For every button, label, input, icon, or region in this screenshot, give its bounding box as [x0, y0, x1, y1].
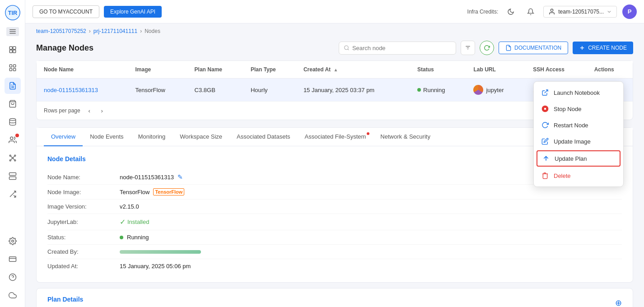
tab-monitoring[interactable]: Monitoring — [131, 128, 173, 146]
dark-mode-toggle[interactable] — [504, 5, 518, 19]
explore-genai-button[interactable]: Explore GenAI API — [104, 6, 162, 18]
cell-created-at: 15 January, 2025 03:37 pm — [296, 79, 410, 102]
sidebar-item-team[interactable] — [5, 132, 21, 148]
sidebar-item-deploy[interactable] — [5, 186, 21, 202]
col-created-at[interactable]: Created At ▲ — [296, 61, 410, 79]
value-node-image: TensorFlow TensorFlow — [120, 188, 184, 195]
node-name-link[interactable]: node-011515361313 — [44, 87, 98, 93]
sidebar-item-marketplace[interactable] — [5, 96, 21, 112]
sidebar-item-settings[interactable] — [5, 233, 21, 249]
update-plan-label: Update Plan — [555, 155, 587, 162]
team-dropdown[interactable]: team-120517075... — [543, 6, 617, 18]
search-box — [339, 42, 456, 55]
status-dot — [417, 88, 421, 92]
tab-workspace-size[interactable]: Workspace Size — [173, 128, 229, 146]
svg-point-21 — [9, 160, 11, 161]
breadcrumb-team[interactable]: team-120517075252 — [36, 28, 86, 34]
update-image-label: Update Image — [554, 138, 591, 145]
sidebar-item-support[interactable] — [5, 269, 21, 285]
cell-image: TensorFlow — [128, 79, 187, 102]
tab-network-security[interactable]: Network & Security — [373, 128, 438, 146]
label-image-version: Image Version: — [47, 203, 120, 210]
svg-point-38 — [551, 9, 553, 11]
sidebar-toggle[interactable] — [6, 27, 19, 36]
sidebar: TIR — [0, 0, 25, 307]
svg-line-40 — [348, 49, 349, 50]
cell-status: Running — [410, 79, 466, 102]
main-content: GO TO MYACCOUNT Explore GenAI API Infra … — [25, 0, 644, 307]
create-node-button[interactable]: CREATE NODE — [573, 42, 633, 54]
search-input[interactable] — [352, 45, 451, 51]
label-status: Status: — [47, 234, 120, 241]
sidebar-item-datasets[interactable] — [5, 114, 21, 130]
sidebar-item-cloud[interactable] — [5, 287, 21, 303]
context-launch-notebook[interactable]: Launch Notebook — [534, 84, 623, 101]
tab-associated-datasets[interactable]: Associated Datasets — [229, 128, 298, 146]
tab-node-events[interactable]: Node Events — [83, 128, 131, 146]
context-stop-node[interactable]: Stop Node — [534, 101, 623, 117]
svg-point-16 — [9, 119, 16, 121]
detail-status: Status: Running — [47, 230, 622, 245]
sidebar-item-dashboard[interactable] — [5, 60, 21, 76]
sort-icon: ▲ — [333, 67, 338, 72]
svg-rect-48 — [544, 108, 546, 110]
page-title: Manage Nodes — [36, 43, 93, 53]
svg-line-26 — [13, 159, 14, 160]
context-update-image[interactable]: Update Image — [534, 133, 623, 149]
delete-icon — [541, 172, 549, 180]
col-node-name: Node Name — [37, 61, 128, 79]
page-header: Manage Nodes DOCUMENTATION — [25, 39, 644, 60]
svg-line-24 — [13, 156, 14, 157]
status-green-dot — [120, 236, 123, 239]
status-running: Running — [417, 87, 459, 93]
label-created-by: Created By: — [47, 248, 120, 255]
sidebar-item-network[interactable] — [5, 150, 21, 166]
sidebar-item-billing[interactable] — [5, 251, 21, 267]
detail-jupyterlab: JupyterLab: ✓ Installed — [47, 214, 622, 230]
go-myaccount-button[interactable]: GO TO MYACCOUNT — [33, 5, 99, 18]
next-page-button[interactable]: › — [97, 105, 107, 116]
breadcrumb-sep2: › — [140, 28, 142, 34]
prev-page-button[interactable]: ‹ — [84, 105, 95, 116]
user-avatar[interactable]: P — [622, 5, 637, 19]
col-plan-type: Plan Type — [243, 61, 296, 79]
stop-node-label: Stop Node — [554, 106, 581, 112]
sidebar-item-storage[interactable] — [5, 168, 21, 184]
filter-button[interactable] — [461, 41, 475, 55]
cell-plan-type: Hourly — [243, 79, 296, 102]
notifications-icon[interactable] — [523, 5, 538, 19]
svg-rect-34 — [9, 257, 16, 262]
installed-badge: ✓ Installed — [120, 218, 149, 226]
refresh-button[interactable] — [480, 41, 494, 55]
svg-point-17 — [10, 137, 13, 140]
svg-point-22 — [14, 160, 15, 161]
value-created-by — [120, 250, 201, 254]
value-updated-at: 15 January, 2025 05:06 pm — [120, 263, 191, 270]
documentation-button[interactable]: DOCUMENTATION — [499, 42, 568, 54]
update-plan-icon — [542, 154, 550, 163]
refresh-icon — [484, 45, 490, 51]
svg-point-33 — [11, 240, 14, 242]
breadcrumb-project[interactable]: prj-121711041111 — [93, 28, 137, 34]
tab-associated-filesystem[interactable]: Associated File-System — [298, 128, 373, 146]
context-update-plan[interactable]: Update Plan — [537, 150, 621, 167]
delete-label: Delete — [554, 172, 571, 179]
context-delete[interactable]: Delete — [534, 167, 623, 184]
tensorflow-logo: TensorFlow — [153, 188, 184, 195]
check-circle-icon: ✓ — [120, 218, 126, 226]
chevron-down-icon — [607, 9, 612, 14]
plan-expand-icon[interactable]: ⊕ — [615, 298, 622, 307]
context-restart-node[interactable]: Restart Node — [534, 117, 623, 133]
edit-node-name-icon[interactable]: ✎ — [177, 173, 183, 181]
detail-updated-at: Updated At: 15 January, 2025 05:06 pm — [47, 259, 622, 273]
svg-line-25 — [11, 159, 12, 160]
svg-rect-3 — [9, 31, 16, 32]
context-menu: Launch Notebook Stop Node Restart Node — [533, 81, 624, 187]
svg-rect-10 — [13, 65, 15, 67]
jupyter-badge: jupyter — [473, 85, 518, 95]
sidebar-item-nodes[interactable] — [5, 78, 21, 94]
col-plan-name: Plan Name — [187, 61, 243, 79]
tab-overview[interactable]: Overview — [44, 128, 83, 146]
cell-lab-url: jupyter — [466, 79, 526, 102]
sidebar-item-projects[interactable] — [5, 42, 21, 58]
